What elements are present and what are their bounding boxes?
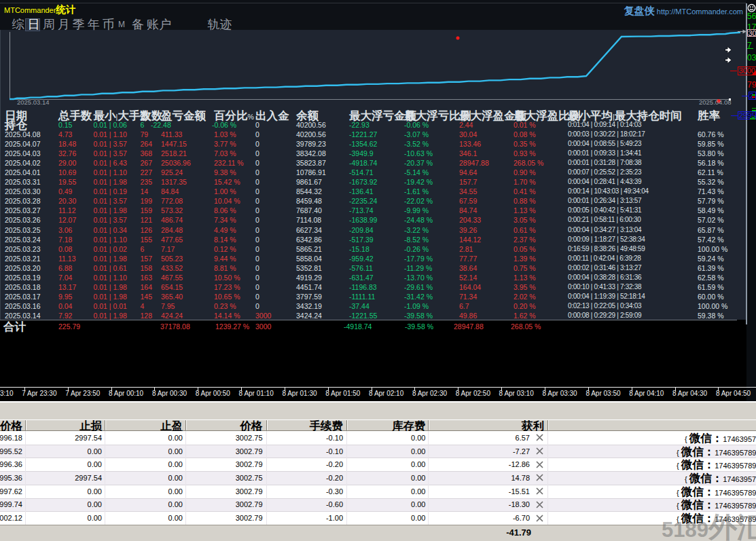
svg-text:5189外汇网: 5189外汇网	[662, 511, 756, 541]
